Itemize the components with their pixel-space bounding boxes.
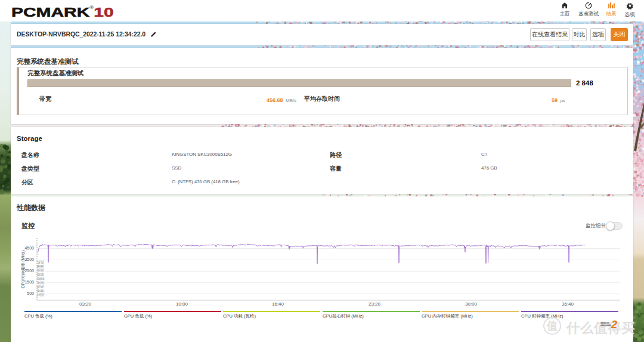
svg-text:完整系统盘基准测试: 完整系统盘基准测试 — [40, 260, 45, 297]
svg-text:4500: 4500 — [24, 246, 34, 250]
svg-text:500: 500 — [27, 291, 34, 295]
svg-text:10:00: 10:00 — [176, 301, 188, 307]
svg-text:03:20: 03:20 — [79, 301, 92, 307]
svg-text:1500: 1500 — [24, 280, 34, 284]
svg-text:CPU时钟频率 (MHz): CPU时钟频率 (MHz) — [21, 250, 26, 288]
svg-text:3500: 3500 — [24, 257, 34, 261]
svg-text:23:20: 23:20 — [369, 301, 381, 307]
svg-text:36:40: 36:40 — [562, 301, 574, 307]
svg-text:16:40: 16:40 — [272, 301, 284, 307]
svg-text:30:00: 30:00 — [465, 301, 478, 307]
svg-text:2500: 2500 — [24, 269, 34, 273]
